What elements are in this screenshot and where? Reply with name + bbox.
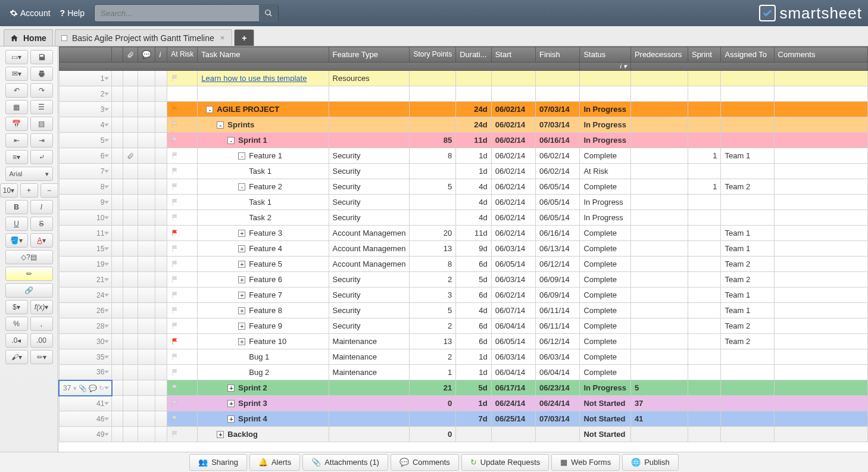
row-info-col[interactable] [155,241,167,257]
row-info-col[interactable] [155,179,167,195]
comments-cell[interactable] [774,164,867,179]
task-cell[interactable]: +Feature 4 [198,241,329,257]
pred-cell[interactable] [630,195,688,210]
status-cell[interactable]: Complete [580,226,630,241]
ftype-cell[interactable]: Security [329,210,410,226]
start-cell[interactable]: 06/04/14 [491,365,535,380]
finish-cell[interactable]: 07/03/14 [536,102,580,117]
header-info-col[interactable]: i [155,47,167,62]
comments-cell[interactable] [774,349,867,365]
sprint-cell[interactable] [688,427,721,442]
ftype-cell[interactable]: Maintenance [329,349,410,365]
duration-cell[interactable]: 4d [456,303,491,318]
pred-cell[interactable] [630,334,688,349]
sprint-cell[interactable] [688,102,721,117]
sprint-cell[interactable] [688,318,721,334]
pred-cell[interactable] [630,86,688,102]
row-attach-col[interactable] [123,71,138,86]
status-cell[interactable]: In Progress [580,117,630,133]
ftype-cell[interactable]: Security [329,272,410,287]
sprint-cell[interactable] [688,287,721,303]
finish-cell[interactable]: 06/05/14 [536,179,580,195]
mail-button[interactable]: ✉▾ [5,67,28,81]
start-cell[interactable]: 06/02/14 [491,117,535,133]
assigned-cell[interactable]: Team 2 [721,334,774,349]
duration-cell[interactable]: 1d [456,396,491,411]
comments-cell[interactable] [774,380,867,396]
task-cell[interactable]: +Feature 3 [198,226,329,241]
sprint-cell[interactable]: 1 [688,179,721,195]
at-risk-cell[interactable] [167,179,198,195]
expand-toggle[interactable]: - [217,121,224,129]
fill-color-button[interactable]: 🪣▾ [5,233,28,248]
storypoints-cell[interactable] [410,164,456,179]
ftype-cell[interactable]: Security [329,318,410,334]
finish-cell[interactable]: 06/12/14 [536,257,580,272]
at-risk-cell[interactable] [167,272,198,287]
at-risk-cell[interactable] [167,86,198,102]
expand-toggle[interactable]: + [238,292,245,299]
comments-cell[interactable] [774,210,867,226]
row-number[interactable]: 24 [59,287,112,303]
row-info-col[interactable] [155,287,167,303]
row-info-col[interactable] [155,365,167,380]
at-risk-cell[interactable] [167,148,198,164]
duration-cell[interactable]: 24d [456,117,491,133]
sprint-cell[interactable] [688,272,721,287]
at-risk-cell[interactable] [167,303,198,318]
task-cell[interactable]: -Feature 2 [198,179,329,195]
header-assn[interactable]: Assigned To [721,47,774,62]
sprint-cell[interactable] [688,303,721,318]
at-risk-cell[interactable] [167,349,198,365]
storypoints-cell[interactable]: 2 [410,349,456,365]
outdent-button[interactable]: ⇥ [30,133,53,148]
task-cell[interactable]: -Sprint 1 [198,133,329,148]
help-menu[interactable]: ? Help [57,6,88,20]
ftype-cell[interactable]: Maintenance [329,334,410,349]
expand-toggle[interactable]: + [238,338,245,345]
format-painter-button[interactable]: 🖌▾ [5,350,28,364]
ftype-cell[interactable]: Security [329,195,410,210]
row-number[interactable]: 19 [59,257,112,272]
status-cell[interactable]: Not Started [580,427,630,442]
row-attach-col[interactable] [123,411,138,427]
row-number[interactable]: 21 [59,272,112,287]
finish-cell[interactable]: 07/03/14 [536,117,580,133]
duration-cell[interactable]: 1d [456,148,491,164]
row-number[interactable]: 35 [59,349,112,365]
table-row[interactable]: 49+Backlog0Not Started [59,427,868,442]
italic-button[interactable]: I [30,200,53,214]
expand-toggle[interactable]: - [238,183,245,190]
storypoints-cell[interactable] [410,411,456,427]
status-cell[interactable]: Complete [580,303,630,318]
comments-cell[interactable] [774,117,867,133]
row-number[interactable]: 9 [59,195,112,210]
conditional-format-button[interactable]: ◇?▤ [5,250,53,264]
duration-cell[interactable]: 9d [456,241,491,257]
finish-cell[interactable]: 06/11/14 [536,303,580,318]
search-input[interactable] [95,9,259,18]
dec-decrease-button[interactable]: .0◂ [5,333,28,348]
finish-cell[interactable] [536,71,580,86]
assigned-cell[interactable] [721,133,774,148]
finish-cell[interactable]: 06/13/14 [536,241,580,257]
row-number[interactable]: 8 [59,179,112,195]
row-info-col[interactable] [155,117,167,133]
storypoints-cell[interactable] [410,210,456,226]
comments-cell[interactable] [774,195,867,210]
assigned-cell[interactable]: Team 2 [721,318,774,334]
ftype-cell[interactable]: Security [329,179,410,195]
status-cell[interactable]: Complete [580,349,630,365]
row-number[interactable]: 2 [59,86,112,102]
task-cell[interactable]: +Feature 5 [198,257,329,272]
sprint-cell[interactable] [688,257,721,272]
expand-toggle[interactable]: + [227,415,235,423]
task-cell[interactable]: Bug 1 [198,349,329,365]
pred-cell[interactable] [630,427,688,442]
row-info-col[interactable] [155,411,167,427]
table-row[interactable]: 28+Feature 9Security26d06/04/1406/11/14C… [59,318,868,334]
table-row[interactable]: 24+Feature 7Security36d06/02/1406/09/14C… [59,287,868,303]
status-cell[interactable]: Complete [580,318,630,334]
storypoints-cell[interactable]: 21 [410,380,456,396]
duration-cell[interactable]: 6d [456,287,491,303]
